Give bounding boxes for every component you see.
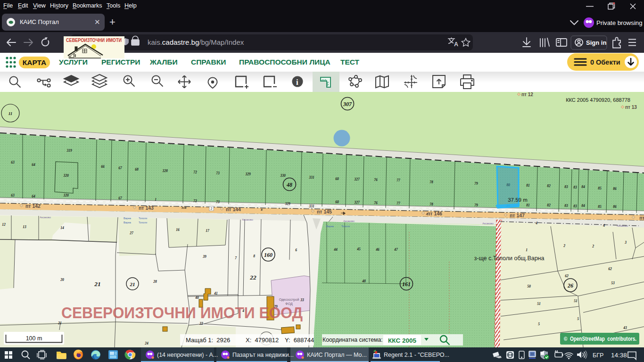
svg-text:пт 143: пт 143	[139, 205, 154, 211]
svg-text:20: 20	[60, 278, 64, 282]
svg-text:8: 8	[261, 208, 263, 212]
svg-text:пт 13: пт 13	[625, 105, 637, 110]
svg-text:160: 160	[264, 252, 272, 258]
svg-text:28: 28	[153, 280, 157, 284]
svg-text:318: 318	[181, 206, 187, 210]
svg-text:76: 76	[374, 201, 378, 205]
svg-text:5: 5	[538, 322, 540, 326]
svg-text:11: 11	[8, 111, 13, 116]
svg-text:50: 50	[527, 284, 531, 288]
svg-text:7: 7	[235, 256, 237, 260]
svg-text:85: 85	[598, 186, 602, 190]
svg-text:48: 48	[286, 181, 292, 188]
svg-text:21: 21	[94, 280, 101, 288]
svg-text:kais.cadastre.bg/bg/Map/Index: kais.cadastre.bg/bg/Map/Index	[148, 38, 244, 46]
svg-text:21: 21	[58, 321, 62, 325]
svg-text:22: 22	[199, 321, 203, 326]
svg-text:Тополи: Тополи	[139, 221, 147, 224]
svg-text:76: 76	[374, 178, 378, 182]
svg-text:73: 73	[216, 200, 220, 204]
svg-text:Private browsing: Private browsing	[596, 19, 642, 26]
svg-text:77: 77	[396, 178, 400, 182]
svg-text:78: 78	[429, 180, 433, 184]
svg-text:62: 62	[565, 274, 569, 278]
svg-text:Координатна система:: Координатна система:	[322, 337, 383, 343]
svg-text:327: 327	[354, 200, 360, 205]
svg-text:60: 60	[335, 200, 339, 204]
svg-text:пт 145: пт 145	[317, 209, 332, 214]
svg-text:60: 60	[335, 177, 339, 181]
svg-text:Sign in: Sign in	[586, 39, 606, 46]
svg-text:ККС 2005: ККС 2005	[388, 337, 416, 344]
svg-text:27: 27	[129, 231, 133, 235]
svg-text:Варна: Варна	[124, 221, 132, 224]
svg-text:з-ще с.Тополи общ.Варна: з-ще с.Тополи общ.Варна	[474, 255, 545, 262]
svg-text:Y: 688744: Y: 688744	[285, 337, 314, 344]
svg-text:пт 146: пт 146	[427, 211, 442, 216]
svg-text:24: 24	[144, 341, 149, 346]
svg-text:64: 64	[32, 194, 35, 198]
svg-text:48: 48	[362, 279, 366, 283]
svg-text:81: 81	[526, 203, 530, 207]
svg-text:86: 86	[613, 205, 617, 209]
svg-text:320: 320	[63, 193, 69, 197]
svg-text:331: 331	[308, 175, 314, 180]
svg-text:2: 2	[425, 212, 428, 216]
svg-text:СЕВЕРОИЗТОЧНИ ИМОТИ: СЕВЕРОИЗТОЧНИ ИМОТИ	[66, 37, 122, 43]
svg-text:6: 6	[295, 248, 297, 252]
svg-text:Аксаково: Аксаково	[242, 218, 253, 221]
svg-text:A: A	[454, 41, 458, 48]
svg-text:86: 86	[613, 187, 617, 191]
svg-text:Пазарът на недвижи...: Пазарът на недвижи...	[232, 352, 294, 358]
svg-text:14:38: 14:38	[611, 352, 627, 359]
svg-text:45: 45	[356, 247, 361, 251]
svg-text:51: 51	[537, 302, 541, 306]
svg-text:79: 79	[474, 181, 478, 186]
svg-text:330: 330	[280, 173, 286, 178]
svg-text:78: 78	[429, 202, 433, 206]
svg-text:16: 16	[176, 228, 180, 232]
svg-text:83: 83	[573, 185, 577, 189]
svg-text:82: 82	[547, 203, 551, 207]
svg-text:72: 72	[193, 170, 197, 174]
svg-text:82: 82	[547, 184, 551, 188]
svg-text:Одесосстрой: Одесосстрой	[279, 298, 299, 302]
svg-text:Варна: Варна	[124, 217, 132, 220]
svg-text:Варна: Варна	[326, 225, 334, 228]
svg-text:84: 84	[581, 185, 585, 189]
svg-text:47: 47	[394, 247, 398, 252]
svg-text:17: 17	[206, 229, 209, 233]
svg-text:328: 328	[162, 169, 168, 173]
svg-text:22: 22	[249, 274, 256, 281]
svg-text:КАИС Портал — Мо...: КАИС Портал — Мо...	[307, 352, 367, 358]
svg-text:Аксаково: Аксаково	[482, 222, 493, 225]
svg-text:40: 40	[195, 296, 199, 300]
svg-text:53: 53	[611, 281, 615, 285]
svg-text:67: 67	[118, 166, 122, 170]
svg-text:4: 4	[535, 221, 537, 225]
svg-text:33: 33	[300, 298, 304, 302]
svg-text:68: 68	[135, 167, 139, 172]
svg-text:пт 12: пт 12	[521, 92, 533, 97]
svg-text:2: 2	[592, 244, 594, 248]
svg-text:пт 144: пт 144	[226, 206, 241, 212]
svg-text:14: 14	[60, 226, 64, 230]
svg-text:41: 41	[214, 291, 218, 296]
svg-text:Тополи: Тополи	[139, 217, 147, 220]
svg-text:2: 2	[211, 207, 213, 210]
svg-text:2: 2	[563, 244, 565, 248]
svg-text:Regent 2.1 - "СЕВЕРО...: Regent 2.1 - "СЕВЕРО...	[384, 352, 449, 358]
svg-text:62: 62	[608, 267, 612, 271]
svg-text:63: 63	[11, 160, 15, 165]
svg-text:85: 85	[598, 205, 602, 209]
svg-text:63: 63	[11, 193, 15, 197]
svg-text:Аксаково: Аксаково	[40, 216, 50, 219]
svg-text:161: 161	[402, 281, 411, 288]
svg-text:© OpenStreetMap contributors: © OpenStreetMap contributors.	[564, 336, 636, 342]
svg-text:66: 66	[101, 165, 105, 169]
svg-text:83: 83	[564, 204, 568, 208]
svg-text:67: 67	[118, 196, 122, 200]
svg-text:12: 12	[2, 222, 6, 227]
svg-text:3: 3	[624, 240, 627, 245]
svg-text:39: 39	[202, 255, 206, 259]
